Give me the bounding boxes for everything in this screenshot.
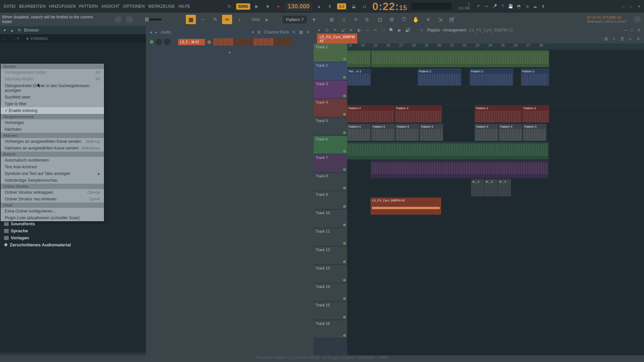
close-icon[interactable]: ✕ <box>306 30 310 35</box>
add-channel-row[interactable]: + <box>147 48 312 58</box>
tool-playback-icon[interactable]: ▶ <box>397 27 402 33</box>
pitch-knob[interactable] <box>125 15 134 24</box>
menu-item-symbols-text[interactable]: Symbole und Text auf Tabs anzeigen▸ <box>1 170 104 177</box>
pattern-selector[interactable]: Pattern 7 <box>283 16 307 23</box>
browser-up-icon[interactable]: ▴ <box>9 27 15 33</box>
menu-item-find-prev[interactable]: Vorhergehendes findenF2 <box>1 69 104 76</box>
track-row-5[interactable]: Pattern 3 Pattern 3 Pattern 3 Pattern 3 … <box>347 123 644 142</box>
volume-knob[interactable] <box>113 15 123 24</box>
menu-bearbeiten[interactable]: BEARBEITEN <box>17 4 47 9</box>
track-row-12[interactable] <box>347 252 644 271</box>
clip-pattern3[interactable]: Pattern 3 <box>347 124 371 141</box>
menu-item-find-next[interactable]: Nächstes findenF3 <box>1 76 104 82</box>
tree-item-sprache[interactable]: Sprache <box>1 227 145 234</box>
tool-zoom-icon[interactable]: 🔍 <box>389 27 394 33</box>
clip-pattern7[interactable] <box>371 161 548 178</box>
track-row-11[interactable] <box>347 234 644 252</box>
view-playlist-icon[interactable]: ⊞ <box>326 15 336 24</box>
track-row-4[interactable]: Pattern 4 Pattern 4 Pattern 4 Pattern 4 <box>347 105 644 123</box>
track-header-7[interactable]: Track 7 <box>314 154 347 173</box>
cloud-icon[interactable]: ☁ <box>531 2 539 10</box>
tree-item-soundfonts[interactable]: Soundfonts <box>1 220 145 227</box>
clip-pattern3[interactable]: Pattern 3 <box>475 124 498 141</box>
tempo-tap-icon[interactable]: ⏱ <box>399 15 409 24</box>
menu-item-auto-hide[interactable]: Automatisch Ausblenden <box>1 157 104 164</box>
loop-icon[interactable]: ⊔ <box>360 2 368 10</box>
magnet-icon[interactable]: ⊙ <box>324 27 330 33</box>
arrow-icon[interactable]: → <box>198 15 208 24</box>
tool-slice-icon[interactable]: ✂ <box>373 27 378 33</box>
tree-item-vorlagen[interactable]: Vorlagen <box>1 234 145 241</box>
mic-icon[interactable]: 🎤 <box>491 2 499 10</box>
menu-icon[interactable]: ▾ <box>316 27 322 33</box>
close-icon[interactable]: ✕ <box>636 27 641 33</box>
channel-led[interactable] <box>150 40 153 44</box>
tree-item-zerschnittenes[interactable]: ✚Zerschnittenes Audiomaterial <box>1 241 145 248</box>
arrange-icon[interactable]: ⇲ <box>435 15 445 24</box>
picker-grid-icon[interactable]: ⊞ <box>602 35 610 43</box>
picker-wave-icon[interactable]: ∿ <box>627 35 634 43</box>
tool-mute-icon[interactable]: ◐ <box>357 27 362 33</box>
next-icon[interactable]: ▸ <box>155 30 157 35</box>
menu-item-plugin-list[interactable]: Plugin-Liste aktualisieren (schneller Sc… <box>1 215 104 221</box>
clip-pattern4[interactable]: Pattern 4 <box>475 106 522 122</box>
menu-item-reload[interactable]: Ordner Struktur neu einlesenCtrl+R <box>1 196 104 202</box>
track-header-13[interactable]: Track 13 <box>314 265 347 283</box>
grid-icon[interactable]: ⊞ <box>257 30 261 35</box>
menu-hilfe[interactable]: HILFE <box>177 4 192 9</box>
audio-label[interactable]: Audio <box>161 30 249 35</box>
menu-item-send-prev[interactable]: Vorheriges an ausgewählten Kanal sendenS… <box>1 138 104 145</box>
track-header-14[interactable]: Track 14 <box>314 283 347 302</box>
touch-icon[interactable]: ✋ <box>411 15 421 24</box>
track-header-3[interactable]: Track 3 <box>314 80 347 99</box>
menu-item-auto-contrast[interactable]: Text Auto-kontrast <box>1 164 104 170</box>
track-header-8[interactable]: Track 8 <box>314 173 347 191</box>
track-header-16[interactable]: Track 16 <box>314 320 347 339</box>
browser-menu-icon[interactable]: ▾ <box>2 27 7 33</box>
close-all-icon[interactable]: ✕ <box>423 15 433 24</box>
clip-audio[interactable]: LS_FX_Cym_90BPM #2 <box>371 198 441 215</box>
news-knob[interactable] <box>633 15 642 24</box>
menu-item-vorheriges[interactable]: Vorheriges <box>1 119 104 126</box>
tempo-display[interactable]: 130.000 <box>285 2 312 11</box>
timeline[interactable]: 13141516171819202122232425262728 Pat…rn … <box>347 44 644 362</box>
track-row-1[interactable] <box>347 50 644 68</box>
track-row-3[interactable] <box>347 86 644 105</box>
clip-pattern3[interactable]: Pattern 3 <box>523 124 546 141</box>
track-row-9[interactable]: LS_FX_Cym_90BPM #2 <box>347 197 644 216</box>
view-browser-icon[interactable]: ⊡ <box>375 15 385 24</box>
menu-ansicht[interactable]: ANSICHT <box>100 4 121 9</box>
track-row-16[interactable] <box>347 326 644 345</box>
save-icon[interactable]: 💾 <box>507 2 515 10</box>
close-button[interactable]: ✕ <box>636 4 642 9</box>
clip-pattern3[interactable]: Pattern 3 <box>499 124 522 141</box>
maximize-button[interactable]: □ <box>628 4 634 9</box>
minimize-button[interactable]: — <box>620 4 626 9</box>
clip-p7[interactable]: P…7 <box>485 179 497 196</box>
track-header-10[interactable]: Track 10 <box>314 209 347 228</box>
track-header-2[interactable]: Track 2 <box>314 62 347 80</box>
time-signature[interactable]: 3.2 <box>337 3 346 9</box>
track-row-14[interactable] <box>347 289 644 308</box>
prev-icon[interactable]: ◂ <box>150 30 152 35</box>
picker-menu-icon[interactable]: ☰ <box>619 35 626 43</box>
track-header-5[interactable]: Track 5 <box>314 117 347 136</box>
clip-p7[interactable]: P…7 <box>471 179 484 196</box>
menu-item-send-next[interactable]: Nächstes an ausgewählten Kanal sendenShi… <box>1 145 104 152</box>
clip-pattern4[interactable]: Pattern 4 <box>347 106 394 122</box>
tool-select-icon[interactable]: ⬚ <box>381 27 386 33</box>
track-header-1[interactable]: Track 1 <box>314 44 347 62</box>
stop-icon[interactable]: ■ <box>264 2 272 10</box>
midi-icon[interactable]: ♪ <box>234 15 244 24</box>
step-sequencer[interactable] <box>213 38 293 46</box>
export-icon[interactable]: ⇲ <box>523 2 531 10</box>
track-header-6[interactable]: Track 6 <box>314 136 347 154</box>
clip-p7[interactable]: P…7 <box>498 179 511 196</box>
countdown-icon[interactable]: ⬓ <box>350 2 358 10</box>
clip-pattern2[interactable]: Pat…rn 2 <box>347 69 371 85</box>
download-icon[interactable]: ⬇ <box>539 2 547 10</box>
track-row-7[interactable] <box>347 160 644 179</box>
track-row-13[interactable] <box>347 271 644 289</box>
time-display[interactable]: 0:22:15 <box>372 0 407 13</box>
track-row-8[interactable]: P…7 P…7 P…7 <box>347 179 644 197</box>
